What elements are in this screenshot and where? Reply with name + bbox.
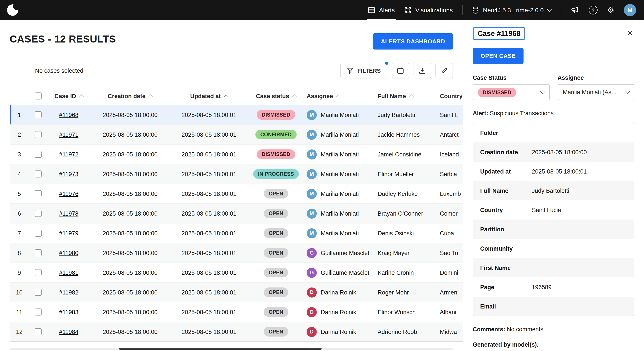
tab-visualizations[interactable]: Visualizations <box>404 0 453 20</box>
column-header-full_name[interactable]: Full Name <box>375 93 437 99</box>
table-row[interactable]: 7#119792025-08-05 18:00:002025-08-05 18:… <box>10 224 463 243</box>
case-status-badge: OPEN <box>264 288 288 297</box>
database-selector[interactable]: Neo4J 5.3...rime-2.0.0 <box>472 6 551 14</box>
filters-button-label: FILTERS <box>358 67 381 74</box>
assignee-avatar: M <box>307 208 317 218</box>
app-logo[interactable] <box>7 4 18 16</box>
sort-caret-icon <box>148 94 153 99</box>
detail-row: Full NameJudy Bartoletti <box>473 181 634 200</box>
case-id-link[interactable]: #11979 <box>59 230 78 236</box>
creation-date-cell: 2025-08-05 18:00:00 <box>90 328 170 335</box>
case-status-cell: CONFIRMED <box>248 130 304 139</box>
top-navigation: Alerts Visualizations Neo4J 5.3...rime-2… <box>368 0 636 20</box>
table-row[interactable]: 12#119842025-08-05 18:00:002025-08-05 18… <box>10 322 463 342</box>
case-detail-panel: Case #11968 ✕ OPEN CASE Case Status DISM… <box>463 20 644 351</box>
filters-button[interactable]: FILTERS <box>340 63 387 78</box>
case-id-link[interactable]: #11978 <box>59 210 78 217</box>
full-name-cell: Roger Mohr <box>375 289 437 296</box>
calendar-icon <box>397 67 404 74</box>
close-panel-icon[interactable]: ✕ <box>626 27 634 39</box>
row-checkbox[interactable] <box>34 111 42 118</box>
table-row[interactable]: 4#119732025-08-05 18:00:002025-08-05 18:… <box>10 164 463 184</box>
edit-columns-button[interactable] <box>436 63 453 78</box>
table-row[interactable]: 8#119802025-08-05 18:00:002025-08-05 18:… <box>10 243 463 263</box>
updated-at-cell: 2025-08-05 18:00:01 <box>170 269 248 276</box>
table-row[interactable]: 1#119682025-08-05 18:00:002025-08-05 18:… <box>10 105 463 125</box>
assignee-cell: MMarilia Moniati <box>304 169 375 179</box>
case-status-select[interactable]: DISMISSED <box>473 84 550 100</box>
table-row[interactable]: 3#119722025-08-05 18:00:002025-08-05 18:… <box>10 144 463 164</box>
column-header-country[interactable]: Country <box>437 93 463 99</box>
detail-value: 2025-08-05 18:00:00 <box>532 149 587 155</box>
case-status-label: Case Status <box>473 74 550 81</box>
case-id-link[interactable]: #11981 <box>59 269 78 276</box>
creation-date-cell: 2025-08-05 18:00:00 <box>90 112 170 118</box>
row-checkbox[interactable] <box>34 131 42 138</box>
user-avatar[interactable]: M <box>624 4 636 16</box>
assignee-name: Marilia Moniati <box>321 230 359 236</box>
column-header-updated_at[interactable]: Updated at <box>170 93 248 99</box>
case-id-link[interactable]: #11976 <box>59 190 78 197</box>
case-id-link[interactable]: #11973 <box>59 171 78 177</box>
export-button[interactable] <box>414 63 431 78</box>
row-checkbox[interactable] <box>34 170 42 178</box>
column-header-creation_date[interactable]: Creation date <box>90 93 170 99</box>
assignee-name: Guillaume Masclet <box>321 269 369 276</box>
case-id-link[interactable]: #11980 <box>59 250 78 256</box>
case-status-cell: OPEN <box>248 307 304 317</box>
detail-row: First Name <box>473 258 634 278</box>
column-header-case_id[interactable]: Case ID <box>47 93 90 99</box>
announcement-icon[interactable] <box>571 6 579 14</box>
table-row[interactable]: 5#119762025-08-05 18:00:002025-08-05 18:… <box>10 184 463 204</box>
row-checkbox[interactable] <box>34 289 42 296</box>
assignee-select[interactable]: Marilia Moniati (As... <box>558 84 634 100</box>
comments-label: Comments: <box>473 326 505 332</box>
detail-row: Email <box>473 297 634 316</box>
assignee-cell: MMarilia Moniati <box>304 208 375 218</box>
row-checkbox[interactable] <box>34 230 42 237</box>
assignee-name: Darina Rolnik <box>321 309 356 315</box>
detail-key: Partition <box>480 226 532 232</box>
detail-row: Creation date2025-08-05 18:00:00 <box>473 142 634 162</box>
table-row[interactable]: 6#119782025-08-05 18:00:002025-08-05 18:… <box>10 204 463 224</box>
row-checkbox[interactable] <box>34 151 42 158</box>
case-title-input[interactable]: Case #11968 <box>473 27 525 40</box>
case-id-link[interactable]: #11983 <box>59 309 78 315</box>
case-id-link[interactable]: #11968 <box>59 112 78 118</box>
detail-row: Updated at2025-08-05 18:00:01 <box>473 162 634 181</box>
row-checkbox[interactable] <box>34 249 42 256</box>
column-header-assignee[interactable]: Assignee <box>304 93 375 99</box>
detail-key: Email <box>480 303 532 310</box>
date-filter-button[interactable] <box>392 63 409 78</box>
settings-gear-icon[interactable]: ⚙ <box>607 6 614 14</box>
alerts-dashboard-button[interactable]: ALERTS DASHBOARD <box>373 33 453 50</box>
updated-at-cell: 2025-08-05 18:00:01 <box>170 230 248 236</box>
open-case-button[interactable]: OPEN CASE <box>473 48 524 64</box>
case-id-cell: #11973 <box>47 171 90 177</box>
scrollbar-thumb[interactable] <box>119 348 322 350</box>
case-id-link[interactable]: #11972 <box>59 151 78 158</box>
row-checkbox[interactable] <box>34 210 42 217</box>
case-id-cell: #11984 <box>47 328 90 335</box>
case-status-cell: IN PROGRESS <box>248 169 304 179</box>
assignee-name: Marilia Moniati <box>321 210 359 217</box>
help-icon[interactable]: ? <box>589 6 598 14</box>
table-row[interactable]: 11#119832025-08-05 18:00:002025-08-05 18… <box>10 302 463 322</box>
row-checkbox[interactable] <box>34 328 42 335</box>
assignee-name: Marilia Moniati <box>321 151 359 158</box>
row-checkbox-cell <box>29 249 47 256</box>
detail-key: Folder <box>480 130 532 136</box>
case-id-link[interactable]: #11982 <box>59 289 78 296</box>
select-all-checkbox[interactable] <box>34 92 42 100</box>
tab-alerts[interactable]: Alerts <box>368 0 395 20</box>
table-row[interactable]: 9#119812025-08-05 18:00:002025-08-05 18:… <box>10 263 463 283</box>
row-checkbox[interactable] <box>34 190 42 197</box>
table-row[interactable]: 10#119822025-08-05 18:00:002025-08-05 18… <box>10 283 463 302</box>
row-checkbox[interactable] <box>34 308 42 316</box>
table-row[interactable]: 2#119712025-08-05 18:00:002025-08-05 18:… <box>10 125 463 144</box>
row-checkbox[interactable] <box>34 269 42 276</box>
case-id-link[interactable]: #11984 <box>59 328 78 335</box>
case-id-link[interactable]: #11971 <box>59 131 78 138</box>
column-header-case_status[interactable]: Case status <box>248 93 304 99</box>
detail-key: Page <box>480 284 532 290</box>
